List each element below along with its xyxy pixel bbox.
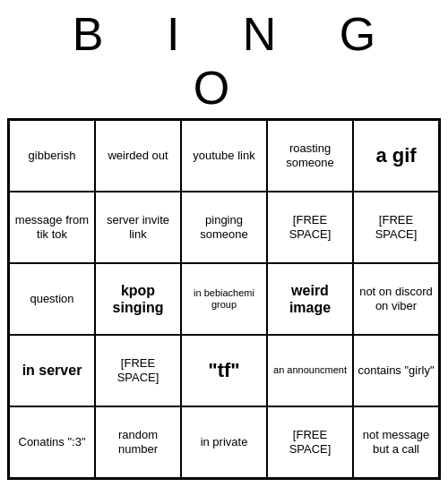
bingo-cell-7: pinging someone [181,192,267,263]
bingo-cell-0: gibberish [9,120,95,192]
bingo-cell-3: roasting someone [267,120,353,192]
bingo-cell-13: weird image [267,263,353,335]
bingo-cell-2: youtube link [181,120,267,192]
bingo-cell-10: question [9,263,95,335]
bingo-cell-18: an announcment [267,335,353,406]
bingo-cell-20: Conatins ":3" [9,406,95,478]
bingo-grid: gibberishweirded outyoutube linkroasting… [7,118,441,480]
bingo-cell-21: random number [95,406,181,478]
bingo-cell-19: contains "girly" [353,335,439,406]
bingo-cell-8: [FREE SPACE] [267,192,353,263]
bingo-title: B I N G O [7,7,441,115]
bingo-cell-14: not on discord on viber [353,263,439,335]
bingo-cell-16: [FREE SPACE] [95,335,181,406]
bingo-cell-12: in bebiachemi group [181,263,267,335]
bingo-cell-17: "tf" [181,335,267,406]
bingo-cell-23: [FREE SPACE] [267,406,353,478]
bingo-cell-11: kpop singing [95,263,181,335]
bingo-cell-15: in server [9,335,95,406]
bingo-cell-9: [FREE SPACE] [353,192,439,263]
bingo-cell-22: in private [181,406,267,478]
bingo-cell-5: message from tik tok [9,192,95,263]
bingo-cell-24: not message but a call [353,406,439,478]
bingo-cell-6: server invite link [95,192,181,263]
bingo-cell-1: weirded out [95,120,181,192]
bingo-cell-4: a gif [353,120,439,192]
